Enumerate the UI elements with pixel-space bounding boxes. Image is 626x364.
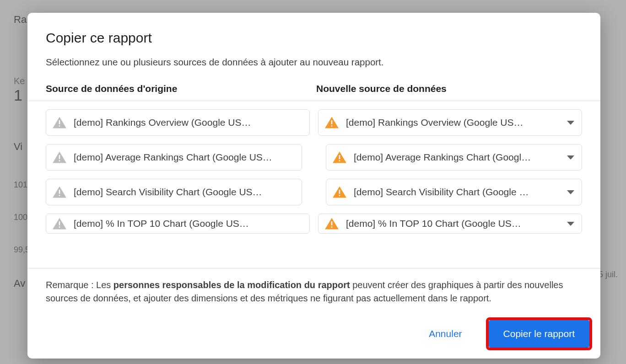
chevron-down-icon bbox=[567, 190, 574, 194]
new-data-source-select[interactable]: [demo] Rankings Overview (Google US… bbox=[318, 109, 582, 136]
svg-rect-14 bbox=[331, 221, 333, 225]
note-bold: personnes responsables de la modificatio… bbox=[113, 280, 350, 290]
dialog-note: Remarque : Les personnes responsables de… bbox=[27, 268, 600, 309]
cancel-button[interactable]: Annuler bbox=[415, 321, 475, 347]
warning-icon bbox=[53, 117, 66, 128]
svg-rect-7 bbox=[339, 160, 340, 161]
svg-rect-1 bbox=[59, 125, 60, 127]
copy-button-highlight: Copier le rapport bbox=[486, 317, 592, 350]
warning-icon bbox=[53, 186, 66, 198]
svg-rect-11 bbox=[339, 195, 340, 196]
data-source-row: [demo] Average Rankings Chart (Google US… bbox=[46, 144, 582, 171]
data-source-row: [demo] % In TOP 10 Chart (Google US… [de… bbox=[46, 214, 582, 234]
new-label: [demo] % In TOP 10 Chart (Google US… bbox=[346, 218, 555, 229]
data-source-rows: [demo] Rankings Overview (Google US… [de… bbox=[27, 101, 600, 268]
warning-icon bbox=[53, 218, 66, 230]
chevron-down-icon bbox=[567, 121, 574, 125]
svg-rect-5 bbox=[59, 160, 60, 161]
svg-rect-6 bbox=[339, 155, 340, 159]
origin-data-source: [demo] Average Rankings Chart (Google US… bbox=[46, 144, 302, 171]
origin-label: [demo] Average Rankings Chart (Google US… bbox=[74, 152, 294, 163]
svg-rect-2 bbox=[331, 120, 333, 124]
svg-rect-15 bbox=[331, 226, 333, 228]
svg-rect-10 bbox=[339, 190, 340, 194]
warning-icon bbox=[53, 151, 66, 163]
origin-label: [demo] Rankings Overview (Google US… bbox=[74, 117, 302, 128]
bg-date-label: 5 juil. bbox=[599, 270, 618, 279]
dialog-footer: Annuler Copier le rapport bbox=[27, 309, 600, 359]
dialog-header: Copier ce rapport Sélectionnez une ou pl… bbox=[27, 13, 600, 83]
data-source-row: [demo] Search Visibility Chart (Google U… bbox=[46, 179, 582, 205]
origin-data-source: [demo] Search Visibility Chart (Google U… bbox=[46, 179, 302, 205]
new-data-source-select[interactable]: [demo] Average Rankings Chart (Googl… bbox=[326, 144, 582, 171]
svg-rect-8 bbox=[59, 190, 60, 194]
dialog-title: Copier ce rapport bbox=[46, 30, 582, 46]
new-label: [demo] Average Rankings Chart (Googl… bbox=[354, 152, 555, 163]
svg-rect-12 bbox=[59, 221, 60, 225]
copy-report-button[interactable]: Copier le rapport bbox=[489, 320, 589, 348]
column-header-new: Nouvelle source de données bbox=[312, 83, 582, 94]
svg-rect-0 bbox=[59, 120, 60, 124]
svg-rect-9 bbox=[59, 195, 60, 196]
origin-data-source: [demo] % In TOP 10 Chart (Google US… bbox=[46, 214, 310, 234]
copy-report-dialog: Copier ce rapport Sélectionnez une ou pl… bbox=[27, 13, 600, 359]
svg-rect-13 bbox=[59, 226, 60, 228]
chevron-down-icon bbox=[567, 155, 574, 160]
origin-label: [demo] Search Visibility Chart (Google U… bbox=[74, 187, 294, 198]
warning-icon bbox=[325, 117, 339, 128]
note-prefix: Remarque : Les bbox=[46, 280, 113, 290]
chevron-down-icon bbox=[567, 222, 574, 226]
data-source-row: [demo] Rankings Overview (Google US… [de… bbox=[46, 109, 582, 136]
origin-label: [demo] % In TOP 10 Chart (Google US… bbox=[74, 218, 302, 229]
warning-icon bbox=[325, 218, 339, 230]
new-data-source-select[interactable]: [demo] Search Visibility Chart (Google … bbox=[326, 179, 582, 205]
warning-icon bbox=[333, 151, 346, 163]
columns-header: Source de données d'origine Nouvelle sou… bbox=[27, 83, 600, 101]
new-label: [demo] Search Visibility Chart (Google … bbox=[354, 187, 555, 198]
svg-rect-4 bbox=[59, 155, 60, 159]
warning-icon bbox=[333, 186, 346, 198]
origin-data-source: [demo] Rankings Overview (Google US… bbox=[46, 109, 310, 136]
svg-rect-3 bbox=[331, 125, 333, 127]
new-data-source-select[interactable]: [demo] % In TOP 10 Chart (Google US… bbox=[318, 214, 582, 234]
new-label: [demo] Rankings Overview (Google US… bbox=[346, 117, 555, 128]
column-header-origin: Source de données d'origine bbox=[46, 83, 312, 94]
dialog-description: Sélectionnez une ou plusieurs sources de… bbox=[46, 57, 582, 68]
